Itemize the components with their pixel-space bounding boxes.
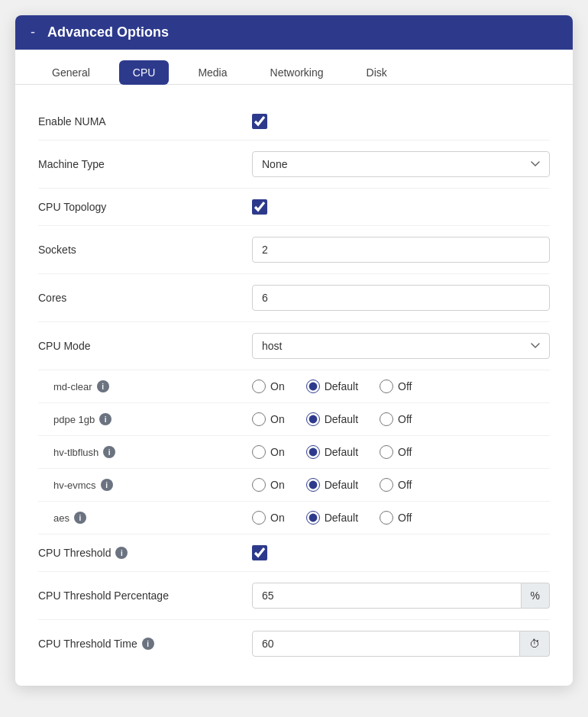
md-clear-default-radio[interactable] — [306, 379, 320, 393]
cpu-topology-row: CPU Topology — [38, 189, 550, 226]
clock-icon: ⏱ — [529, 638, 540, 650]
aes-default-radio-label[interactable]: Default — [306, 511, 358, 525]
cpu-topology-control — [252, 199, 550, 215]
aes-default-radio[interactable] — [306, 511, 320, 525]
tab-disk[interactable]: Disk — [353, 60, 401, 85]
hv-tlbflush-info-icon[interactable]: i — [103, 446, 115, 458]
md-clear-off-radio-label[interactable]: Off — [380, 379, 412, 393]
pdpe1gb-off-radio[interactable] — [380, 412, 393, 426]
hv-tlbflush-on-radio[interactable] — [252, 445, 266, 459]
md-clear-default-radio-label[interactable]: Default — [306, 379, 358, 393]
cpu-threshold-time-input[interactable] — [252, 631, 520, 657]
cpu-mode-row: CPU Mode host custom host-model host-pas… — [38, 322, 550, 370]
hv-evmcs-on-radio[interactable] — [252, 478, 266, 492]
cpu-threshold-percentage-row: CPU Threshold Percentage % — [38, 572, 550, 620]
flag-pdpe1gb-row: pdpe 1gb i On Default Off — [38, 403, 550, 436]
flag-hv-evmcs-label: hv-evmcs i — [38, 479, 252, 491]
pdpe1gb-off-radio-label[interactable]: Off — [380, 412, 412, 426]
aes-off-radio-label[interactable]: Off — [380, 511, 412, 525]
flag-hv-tlbflush-label: hv-tlbflush i — [38, 446, 252, 458]
sockets-input[interactable] — [252, 237, 550, 263]
md-clear-off-radio[interactable] — [380, 379, 393, 393]
cores-label: Cores — [38, 292, 252, 304]
flag-md-clear-controls: On Default Off — [252, 379, 550, 393]
cpu-threshold-checkbox[interactable] — [252, 545, 267, 560]
hv-evmcs-info-icon[interactable]: i — [101, 479, 113, 491]
flag-aes-row: aes i On Default Off — [38, 502, 550, 535]
flag-pdpe1gb-controls: On Default Off — [252, 412, 550, 426]
cores-control — [252, 285, 550, 311]
cores-input[interactable] — [252, 285, 550, 311]
machine-type-control: None pc q35 — [252, 151, 550, 177]
cpu-mode-label: CPU Mode — [38, 340, 252, 352]
hv-evmcs-off-radio-label[interactable]: Off — [380, 478, 412, 492]
cpu-topology-checkbox[interactable] — [252, 199, 267, 215]
hv-tlbflush-off-radio[interactable] — [380, 445, 393, 459]
tab-networking[interactable]: Networking — [257, 60, 338, 85]
tab-general[interactable]: General — [38, 60, 104, 85]
cpu-threshold-time-control: ⏱ — [252, 631, 550, 657]
flag-aes-controls: On Default Off — [252, 511, 550, 525]
cpu-mode-select[interactable]: host custom host-model host-passthrough — [252, 333, 550, 359]
flag-hv-tlbflush-controls: On Default Off — [252, 445, 550, 459]
cpu-threshold-percentage-control: % — [252, 583, 550, 609]
machine-type-select[interactable]: None pc q35 — [252, 151, 550, 177]
machine-type-label: Machine Type — [38, 158, 252, 170]
flag-hv-evmcs-controls: On Default Off — [252, 478, 550, 492]
hv-evmcs-default-radio[interactable] — [306, 478, 320, 492]
flag-hv-evmcs-row: hv-evmcs i On Default Off — [38, 469, 550, 502]
aes-off-radio[interactable] — [380, 511, 393, 525]
cpu-topology-label: CPU Topology — [38, 201, 252, 213]
sockets-label: Sockets — [38, 244, 252, 256]
pdpe1gb-info-icon[interactable]: i — [99, 413, 111, 425]
cpu-threshold-percentage-label: CPU Threshold Percentage — [38, 589, 252, 602]
tab-cpu[interactable]: CPU — [119, 60, 170, 85]
content-area: Enable NUMA Machine Type None pc q35 CP — [15, 85, 573, 686]
tab-media[interactable]: Media — [184, 60, 241, 85]
pdpe1gb-default-radio[interactable] — [306, 412, 320, 426]
window-title: Advanced Options — [47, 24, 169, 40]
aes-on-radio-label[interactable]: On — [252, 511, 285, 525]
machine-type-row: Machine Type None pc q35 — [38, 140, 550, 189]
flag-pdpe1gb-label: pdpe 1gb i — [38, 413, 252, 425]
hv-tlbflush-off-radio-label[interactable]: Off — [380, 445, 412, 459]
md-clear-info-icon[interactable]: i — [97, 380, 109, 392]
cpu-threshold-label: CPU Threshold i — [38, 547, 252, 559]
advanced-options-window: - Advanced Options General CPU Media Net… — [15, 15, 573, 686]
aes-info-icon[interactable]: i — [74, 512, 86, 524]
cpu-threshold-time-row: CPU Threshold Time i ⏱ — [38, 620, 550, 667]
hv-tlbflush-on-radio-label[interactable]: On — [252, 445, 285, 459]
minimize-button[interactable]: - — [31, 24, 35, 40]
cpu-threshold-time-info-icon[interactable]: i — [142, 638, 154, 650]
hv-tlbflush-default-radio-label[interactable]: Default — [306, 445, 358, 459]
hv-evmcs-default-radio-label[interactable]: Default — [306, 478, 358, 492]
enable-numa-control — [252, 114, 550, 129]
sockets-control — [252, 237, 550, 263]
tabs-bar: General CPU Media Networking Disk — [15, 50, 573, 85]
aes-on-radio[interactable] — [252, 511, 266, 525]
sockets-row: Sockets — [38, 226, 550, 274]
hv-evmcs-on-radio-label[interactable]: On — [252, 478, 285, 492]
cpu-threshold-control — [252, 545, 550, 560]
pdpe1gb-on-radio[interactable] — [252, 412, 266, 426]
flag-hv-tlbflush-row: hv-tlbflush i On Default Off — [38, 436, 550, 469]
cpu-threshold-percentage-addon: % — [522, 583, 550, 609]
enable-numa-checkbox[interactable] — [252, 114, 267, 129]
cpu-threshold-time-addon[interactable]: ⏱ — [520, 631, 550, 657]
flag-md-clear-row: md-clear i On Default Off — [38, 370, 550, 403]
cpu-threshold-row: CPU Threshold i — [38, 535, 550, 572]
md-clear-on-radio[interactable] — [252, 379, 266, 393]
cpu-threshold-time-label: CPU Threshold Time i — [38, 638, 252, 650]
hv-evmcs-off-radio[interactable] — [380, 478, 393, 492]
cpu-threshold-info-icon[interactable]: i — [115, 547, 128, 559]
flag-aes-label: aes i — [38, 512, 252, 524]
cpu-mode-control: host custom host-model host-passthrough — [252, 333, 550, 359]
pdpe1gb-default-radio-label[interactable]: Default — [306, 412, 358, 426]
cpu-threshold-percentage-input[interactable] — [252, 583, 522, 609]
cpu-threshold-percentage-input-group: % — [252, 583, 550, 609]
md-clear-on-radio-label[interactable]: On — [252, 379, 285, 393]
enable-numa-label: Enable NUMA — [38, 115, 252, 128]
pdpe1gb-on-radio-label[interactable]: On — [252, 412, 285, 426]
hv-tlbflush-default-radio[interactable] — [306, 445, 320, 459]
flag-md-clear-label: md-clear i — [38, 380, 252, 392]
